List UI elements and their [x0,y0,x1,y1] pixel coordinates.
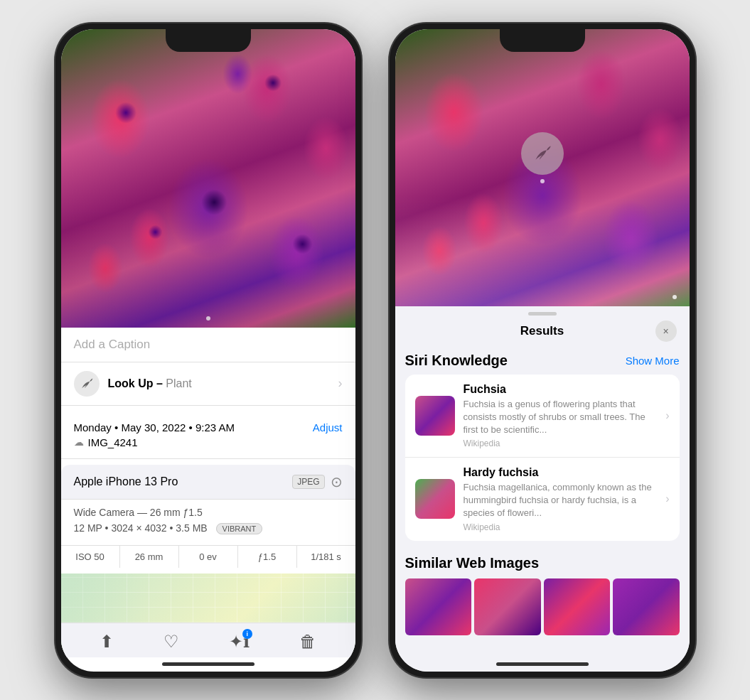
flower-photo-right[interactable] [395,29,690,306]
adjust-button[interactable]: Adjust [313,421,343,434]
lookup-icon-circle [74,371,100,397]
date-text: Monday • May 30, 2022 • 9:23 AM [74,421,235,434]
flower-photo-left[interactable] [61,29,355,328]
camera-section: Apple iPhone 13 Pro JPEG ⊙ Wide Camera —… [61,465,355,568]
delete-icon[interactable]: 🗑 [299,632,316,652]
filename-text: IMG_4241 [88,436,138,448]
spec-focal: 26 mm [120,546,179,568]
card-thumbnail-hardy [415,479,455,519]
info-badge: i [242,629,252,639]
results-close-button[interactable]: × [655,321,677,342]
camera-lens: Wide Camera — 26 mm ƒ1.5 [74,507,343,518]
knowledge-cards: Fuchsia Fuchsia is a genus of flowering … [405,375,680,541]
knowledge-card-hardy[interactable]: Hardy fuchsia Fuchsia magellanica, commo… [405,458,680,541]
siri-leaf-icon [532,144,552,163]
similar-title: Similar Web Images [405,555,680,571]
settings-icon[interactable]: ⊙ [331,473,343,490]
spec-iso: ISO 50 [61,546,120,568]
info-icon[interactable]: ✦ℹ i [229,632,250,652]
similar-image-4[interactable] [613,578,680,635]
favorite-icon[interactable]: ♡ [164,632,179,652]
camera-megapixels: 12 MP • 3024 × 4032 • 3.5 MB VIBRANT [74,522,343,534]
card-title-hardy: Hardy fuchsia [464,466,658,479]
notch-right [500,29,585,52]
format-badge: JPEG [292,475,324,489]
right-phone-screen: Results × Siri Knowledge Show More [395,29,690,672]
leaf-icon [80,377,94,391]
similar-image-1[interactable] [405,578,472,635]
card-chevron-fuchsia: › [665,409,669,422]
left-phone-screen: Add a Caption Look Up – Plant [61,29,355,672]
spec-shutter: 1/181 s [297,546,355,568]
card-thumbnail-fuchsia [415,396,455,436]
spec-aperture: ƒ1.5 [238,546,297,568]
left-phone: Add a Caption Look Up – Plant [55,23,361,677]
card-content-fuchsia: Fuchsia Fuchsia is a genus of flowering … [464,383,658,449]
knowledge-card-fuchsia[interactable]: Fuchsia Fuchsia is a genus of flowering … [405,375,680,458]
similar-image-2[interactable] [474,578,541,635]
vibrant-badge: VIBRANT [216,523,263,534]
card-desc-hardy: Fuchsia magellanica, commonly known as t… [464,481,658,520]
notch-left [166,29,251,52]
photo-info-section: Monday • May 30, 2022 • 9:23 AM Adjust ☁… [61,411,355,459]
results-panel: Results × Siri Knowledge Show More [395,306,690,672]
caption-area[interactable]: Add a Caption [61,328,355,362]
camera-model: Apple iPhone 13 Pro [74,475,178,488]
cloud-icon: ☁ [74,436,84,448]
card-desc-fuchsia: Fuchsia is a genus of flowering plants t… [464,398,658,437]
similar-section: Similar Web Images [395,548,690,635]
siri-dot [540,179,545,183]
caption-placeholder: Add a Caption [74,338,151,351]
similar-image-3[interactable] [544,578,611,635]
share-icon[interactable]: ⬆ [100,632,114,652]
card-content-hardy: Hardy fuchsia Fuchsia magellanica, commo… [464,466,658,532]
camera-badges: JPEG ⊙ [292,473,342,490]
bottom-toolbar: ⬆ ♡ ✦ℹ i 🗑 [61,623,355,657]
right-phone: Results × Siri Knowledge Show More [390,23,695,677]
card-title-fuchsia: Fuchsia [464,383,658,396]
card-source-fuchsia: Wikipedia [464,438,658,448]
siri-knowledge-title: Siri Knowledge [405,352,508,369]
siri-visual-search-button[interactable] [521,132,564,175]
results-title: Results [520,324,564,338]
results-header: Results × [395,316,690,347]
lookup-row[interactable]: Look Up – Plant › [61,362,355,406]
home-indicator-left [162,662,255,666]
show-more-button[interactable]: Show More [626,355,680,367]
lookup-label: Look Up – Plant [108,377,192,390]
card-source-hardy: Wikipedia [464,522,658,532]
home-indicator-right [496,662,589,666]
card-chevron-hardy: › [665,492,669,505]
siri-knowledge-section: Siri Knowledge Show More Fuchsia [395,347,690,548]
right-page-dot [673,295,677,299]
camera-specs-row: ISO 50 26 mm 0 ev ƒ1.5 1/181 s [61,545,355,568]
chevron-right-icon: › [338,376,343,391]
similar-images [405,578,680,635]
spec-ev: 0 ev [179,546,238,568]
page-dot [206,316,210,321]
